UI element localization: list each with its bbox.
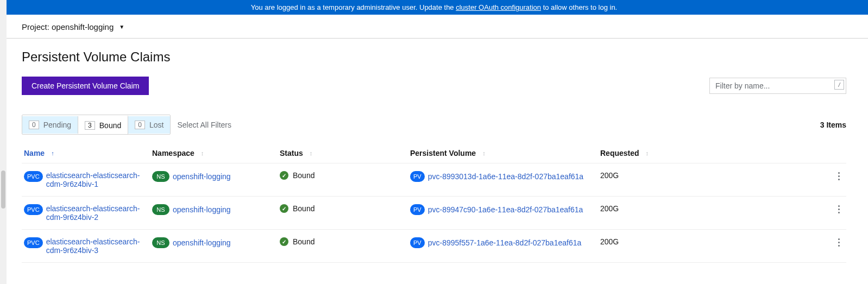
status-filter-group: 0Pending3Bound0Lost xyxy=(22,115,171,135)
kebab-menu-button[interactable] xyxy=(838,237,840,247)
pv-link[interactable]: pvc-8993013d-1a6e-11ea-8d2f-027ba1eaf61a xyxy=(428,172,583,181)
filter-chip-lost[interactable]: 0Lost xyxy=(128,116,170,134)
login-banner: You are logged in as a temporary adminis… xyxy=(0,0,868,15)
ns-badge-icon: NS xyxy=(152,204,169,215)
filter-chip-label: Bound xyxy=(99,121,121,130)
namespace-link[interactable]: openshift-logging xyxy=(173,205,231,214)
status-ok-icon xyxy=(280,171,288,180)
col-req-label: Requested xyxy=(600,149,639,157)
kebab-menu-button[interactable] xyxy=(838,204,840,214)
requested-size: 200G xyxy=(600,204,619,213)
pvc-name-link[interactable]: elasticsearch-elasticsearch-cdm-9r6z4biv… xyxy=(46,171,144,188)
requested-size: 200G xyxy=(600,171,619,180)
col-ns-label: Namespace xyxy=(152,149,194,157)
table-row: PVC elasticsearch-elasticsearch-cdm-9r6z… xyxy=(22,163,846,197)
filter-count-badge: 0 xyxy=(29,121,39,129)
banner-oauth-link[interactable]: cluster OAuth configuration xyxy=(456,3,541,11)
col-requested[interactable]: Requested ↕ xyxy=(600,149,687,157)
requested-size: 200G xyxy=(600,237,619,246)
scroll-thumb[interactable] xyxy=(1,171,5,209)
items-count: 3 Items xyxy=(820,121,846,129)
page-title: Persistent Volume Claims xyxy=(22,49,846,65)
project-label: Project: xyxy=(22,22,49,31)
sort-icon: ↕ xyxy=(646,150,649,156)
col-status[interactable]: Status ↕ xyxy=(280,149,410,157)
filter-by-name-input[interactable] xyxy=(709,78,846,94)
pvc-name-link[interactable]: elasticsearch-elasticsearch-cdm-9r6z4biv… xyxy=(46,237,144,255)
status-ok-icon xyxy=(280,237,288,246)
col-name-label: Name xyxy=(24,149,45,157)
pv-link[interactable]: pvc-8995f557-1a6e-11ea-8d2f-027ba1eaf61a xyxy=(428,238,582,247)
status-text: Bound xyxy=(293,204,315,213)
pv-badge-icon: PV xyxy=(410,204,425,215)
chevron-down-icon: ▼ xyxy=(119,24,124,30)
ns-badge-icon: NS xyxy=(152,237,169,248)
namespace-link[interactable]: openshift-logging xyxy=(173,238,231,247)
col-name[interactable]: Name ↑ xyxy=(22,149,152,157)
filter-chip-label: Pending xyxy=(43,121,71,129)
filter-chip-label: Lost xyxy=(149,121,163,129)
col-status-label: Status xyxy=(280,149,303,157)
filter-wrap: / xyxy=(709,78,846,94)
table-header: Name ↑ Namespace ↕ Status ↕ Persistent V… xyxy=(22,143,846,163)
kebab-menu-button[interactable] xyxy=(838,171,840,181)
select-all-filters[interactable]: Select All Filters xyxy=(177,121,231,129)
pv-badge-icon: PV xyxy=(410,237,425,248)
namespace-link[interactable]: openshift-logging xyxy=(173,172,231,181)
ns-badge-icon: NS xyxy=(152,171,169,182)
status-text: Bound xyxy=(293,237,315,246)
create-pvc-button[interactable]: Create Persistent Volume Claim xyxy=(22,77,149,95)
banner-suffix: to allow others to log in. xyxy=(543,3,618,11)
sort-icon: ↕ xyxy=(310,150,313,156)
project-name: openshift-logging xyxy=(52,22,114,31)
sort-icon: ↕ xyxy=(201,150,204,156)
status-text: Bound xyxy=(293,171,315,180)
pv-link[interactable]: pvc-89947c90-1a6e-11ea-8d2f-027ba1eaf61a xyxy=(428,205,583,214)
project-selector[interactable]: Project: openshift-logging ▼ xyxy=(0,15,868,38)
table-row: PVC elasticsearch-elasticsearch-cdm-9r6z… xyxy=(22,230,846,263)
table-row: PVC elasticsearch-elasticsearch-cdm-9r6z… xyxy=(22,197,846,230)
col-actions xyxy=(687,149,846,157)
filter-chip-pending[interactable]: 0Pending xyxy=(22,116,78,134)
pv-badge-icon: PV xyxy=(410,171,425,182)
keyboard-slash-icon: / xyxy=(834,80,844,90)
pvc-badge-icon: PVC xyxy=(24,204,43,215)
filter-chip-bound[interactable]: 3Bound xyxy=(78,115,128,134)
pvc-badge-icon: PVC xyxy=(24,237,43,248)
pvc-badge-icon: PVC xyxy=(24,171,43,182)
status-ok-icon xyxy=(280,204,288,213)
filter-count-badge: 3 xyxy=(85,121,95,130)
banner-prefix: You are logged in as a temporary adminis… xyxy=(251,3,456,11)
sort-asc-icon: ↑ xyxy=(51,150,54,156)
col-namespace[interactable]: Namespace ↕ xyxy=(152,149,280,157)
filter-count-badge: 0 xyxy=(135,121,145,129)
col-pv[interactable]: Persistent Volume ↕ xyxy=(410,149,600,157)
left-scrollbar[interactable] xyxy=(0,0,7,274)
sort-icon: ↕ xyxy=(482,150,486,156)
pvc-name-link[interactable]: elasticsearch-elasticsearch-cdm-9r6z4biv… xyxy=(46,204,144,222)
col-pv-label: Persistent Volume xyxy=(410,149,476,157)
